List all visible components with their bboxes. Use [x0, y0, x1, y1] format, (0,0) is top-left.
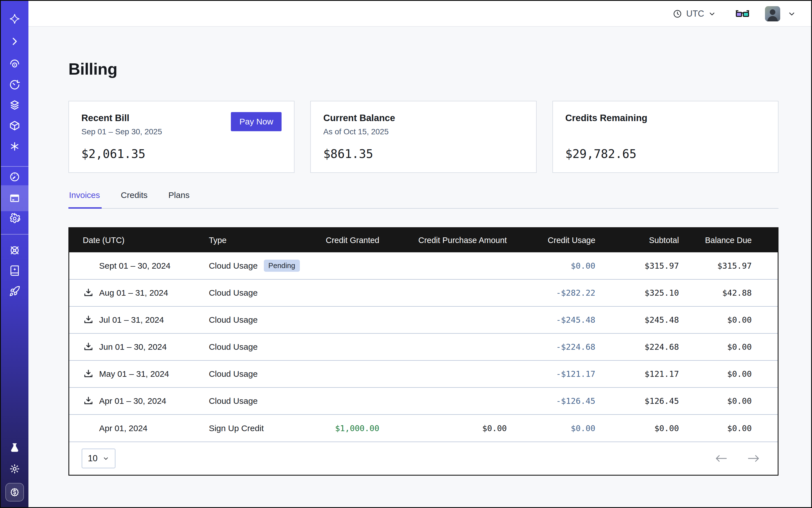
tab-invoices[interactable]: Invoices — [69, 190, 102, 209]
balance-due-cell: $0.00 — [689, 306, 778, 333]
avatar[interactable] — [765, 6, 780, 22]
page-size-select[interactable]: 10 — [82, 449, 116, 468]
download-icon — [83, 369, 93, 379]
status-badge: Pending — [264, 260, 300, 272]
credit-usage-cell: -$224.68 — [517, 333, 605, 361]
col-header-balance-due: Balance Due — [689, 228, 778, 252]
download-invoice-button[interactable] — [83, 395, 94, 407]
credit-purchase-cell — [389, 279, 517, 306]
page-title: Billing — [69, 59, 778, 78]
table-row: Apr 01 – 30, 2024 Cloud Usage -$126.45 $… — [69, 387, 778, 415]
pay-now-button[interactable]: Pay Now — [231, 112, 282, 131]
3d-glasses-icon — [735, 8, 750, 19]
card-subtitle — [565, 127, 766, 137]
asterisk-icon[interactable] — [1, 136, 29, 157]
balance-due-cell: $0.00 — [689, 333, 778, 361]
page-size-value: 10 — [88, 453, 97, 464]
col-header-credit-usage: Credit Usage — [517, 228, 605, 252]
download-icon — [83, 396, 93, 406]
subtotal-cell: $224.68 — [606, 333, 689, 361]
invoice-type: Cloud Usage — [209, 396, 258, 406]
credit-granted-cell — [312, 306, 389, 333]
main-area: UTC Bi — [29, 1, 811, 507]
card-title: Current Balance — [323, 113, 523, 123]
credit-usage-cell: $0.00 — [517, 415, 605, 441]
app-window: UTC Bi — [0, 0, 812, 508]
download-icon — [83, 315, 93, 325]
invoice-date: Aug 01 – 31, 2024 — [99, 288, 168, 298]
subtotal-cell: $126.45 — [606, 387, 689, 415]
credits-remaining-amount: $29,782.65 — [565, 147, 766, 161]
credit-purchase-cell: $0.00 — [389, 415, 517, 441]
table-header-row: Date (UTC) Type Credit Granted Credit Pu… — [69, 228, 778, 252]
download-invoice-button[interactable] — [83, 341, 94, 352]
table-row: Apr 01, 2024 Sign Up Credit $1,000.00 $0… — [69, 415, 778, 441]
billing-tabs: Invoices Credits Plans — [69, 190, 778, 209]
invoice-date: Apr 01, 2024 — [99, 424, 147, 433]
logo-icon[interactable] — [1, 9, 29, 29]
invoice-date: Sept 01 – 30, 2024 — [99, 261, 171, 270]
balance-due-cell: $0.00 — [689, 387, 778, 415]
rocket-icon[interactable] — [1, 281, 29, 301]
balance-due-cell: $315.97 — [689, 252, 778, 279]
next-page-arrow-icon[interactable] — [747, 455, 760, 462]
billing-page: Billing Recent Bill Sep 01 – Sep 30, 202… — [29, 27, 811, 507]
tab-plans[interactable]: Plans — [168, 190, 191, 209]
wheel-icon[interactable] — [1, 240, 29, 260]
invoices-table-container: Date (UTC) Type Credit Granted Credit Pu… — [69, 227, 778, 476]
credit-usage-cell: -$126.45 — [517, 387, 605, 415]
spiral-eye-icon[interactable] — [1, 54, 29, 75]
balance-due-cell: $0.00 — [689, 361, 778, 387]
download-invoice-button[interactable] — [83, 368, 94, 380]
invoice-type: Cloud Usage — [209, 315, 258, 325]
gauge-icon[interactable] — [1, 167, 29, 187]
chevron-down-icon — [102, 455, 109, 462]
col-header-credit-purchase: Credit Purchase Amount — [389, 228, 517, 252]
col-header-date: Date (UTC) — [69, 228, 209, 252]
summary-cards: Recent Bill Sep 01 – Sep 30, 2025 $2,061… — [69, 101, 778, 173]
previous-page-arrow-icon[interactable] — [715, 455, 728, 462]
3d-glasses-button[interactable] — [735, 8, 750, 19]
cube-icon[interactable] — [1, 116, 29, 136]
credit-usage-cell: $0.00 — [517, 252, 605, 279]
account-menu-chevron[interactable] — [787, 9, 796, 18]
invoice-date: Jul 01 – 31, 2024 — [99, 315, 164, 325]
download-invoice-button[interactable] — [83, 287, 94, 298]
card-title: Credits Remaining — [565, 113, 766, 123]
invoice-type: Cloud Usage — [209, 261, 258, 270]
chevron-down-icon — [787, 9, 796, 18]
balance-due-cell: $42.88 — [689, 279, 778, 306]
gear-icon[interactable] — [1, 208, 29, 229]
download-invoice-button[interactable] — [83, 314, 94, 326]
flask-icon[interactable] — [1, 438, 29, 458]
layers-icon[interactable] — [1, 95, 29, 115]
invoice-date: Jun 01 – 30, 2024 — [99, 342, 167, 352]
dollar-badge-button[interactable] — [5, 483, 24, 502]
col-header-subtotal: Subtotal — [606, 228, 689, 252]
credit-granted-cell — [312, 387, 389, 415]
table-row: Jun 01 – 30, 2024 Cloud Usage -$224.68 $… — [69, 333, 778, 361]
credit-purchase-cell — [389, 306, 517, 333]
timezone-selector[interactable]: UTC — [673, 9, 716, 19]
subtotal-cell: $325.10 — [606, 279, 689, 306]
recent-bill-amount: $2,061.35 — [81, 147, 282, 161]
table-row: Jul 01 – 31, 2024 Cloud Usage -$245.48 $… — [69, 306, 778, 333]
dollar-badge-icon — [9, 486, 20, 498]
credit-usage-cell: -$121.17 — [517, 361, 605, 387]
collapse-sidebar-chevron-right-icon[interactable] — [1, 31, 29, 51]
chevron-down-icon — [708, 10, 716, 18]
col-header-type: Type — [209, 228, 312, 252]
history-icon[interactable] — [1, 75, 29, 95]
sidebar-divider — [1, 234, 29, 235]
current-balance-card: Current Balance As of Oct 15, 2025 $861.… — [310, 101, 537, 173]
invoice-date: Apr 01 – 30, 2024 — [99, 396, 166, 406]
credit-granted-cell — [312, 252, 389, 279]
recent-bill-card: Recent Bill Sep 01 – Sep 30, 2025 $2,061… — [69, 101, 295, 173]
book-sparkle-icon[interactable] — [1, 260, 29, 281]
credit-purchase-cell — [389, 361, 517, 387]
sun-icon[interactable] — [1, 459, 29, 479]
invoice-type: Cloud Usage — [209, 342, 258, 352]
tab-credits[interactable]: Credits — [120, 190, 149, 209]
billing-icon[interactable] — [1, 188, 29, 208]
credit-usage-cell: -$245.48 — [517, 306, 605, 333]
